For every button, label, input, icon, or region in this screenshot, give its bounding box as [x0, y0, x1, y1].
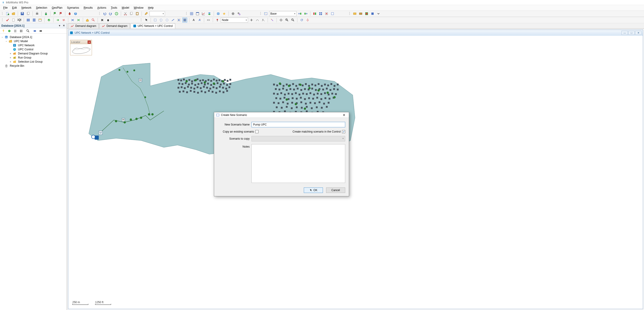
tool-bug2-icon[interactable] [106, 18, 110, 23]
tree-list-icon[interactable] [13, 29, 18, 34]
expand-icon[interactable]: + [9, 52, 12, 55]
menu-geoplan[interactable]: GeoPlan [50, 6, 65, 10]
tree-root[interactable]: − Database [2024.1] [1, 35, 66, 39]
tool-rev-icon[interactable] [46, 18, 52, 23]
locator-close-icon[interactable]: ✕ [88, 41, 91, 44]
grip-icon[interactable] [99, 12, 100, 16]
mdi-min-button[interactable]: — [622, 31, 628, 35]
tool-w4-icon[interactable] [370, 11, 375, 16]
tool-combo-1[interactable]: ▾ [150, 11, 165, 16]
ok-button[interactable]: OK [304, 187, 323, 193]
tool-clear-icon[interactable] [206, 18, 211, 23]
tool-copy2-icon[interactable] [129, 11, 134, 16]
tool-x-icon[interactable] [100, 18, 105, 23]
tool-del-scn-icon[interactable] [324, 11, 329, 16]
tool-grid-icon[interactable] [189, 11, 194, 16]
tree-sel-group[interactable]: + Selection List Group [1, 60, 66, 64]
tool-scenario-icon[interactable] [263, 11, 268, 16]
tool-gear-icon[interactable] [230, 11, 236, 16]
tab-demand-1[interactable]: Demand diagram [68, 23, 99, 29]
tool-compare-icon[interactable] [312, 11, 317, 16]
tool-sel-fence-icon[interactable] [182, 18, 187, 23]
copy-existing-checkbox[interactable] [255, 130, 258, 133]
tree-recycle[interactable]: Recycle Bin [1, 64, 66, 68]
grip-icon[interactable] [2, 12, 3, 16]
tree-opt1-icon[interactable] [32, 29, 37, 34]
menu-network[interactable]: Network [19, 6, 34, 10]
tool-print-icon[interactable] [34, 11, 40, 16]
tree-grid-icon[interactable] [19, 29, 24, 34]
tree-network[interactable]: UPC Network [1, 43, 66, 47]
tool-redo-icon[interactable] [108, 11, 113, 16]
tree-opt2-icon[interactable] [38, 29, 43, 34]
tool-valve2-icon[interactable] [76, 18, 81, 23]
tool-sel-rect-icon[interactable] [153, 18, 158, 23]
tool-rows-icon[interactable] [32, 18, 37, 23]
tool-edit-icon[interactable] [144, 11, 148, 16]
tool-ed3-icon[interactable] [261, 18, 266, 23]
scenario-selector[interactable]: Base ▾ [269, 11, 296, 16]
mdi-max-button[interactable]: □ [628, 31, 635, 35]
grip-icon[interactable] [260, 12, 262, 16]
menu-file[interactable]: File [1, 6, 10, 10]
mdi-close-button[interactable]: ✕ [635, 31, 642, 35]
tool-scn-a-icon[interactable] [298, 11, 302, 16]
tool-sel-line-icon[interactable] [170, 18, 176, 23]
tool-w2-icon[interactable] [358, 11, 363, 16]
tool-sel-poly-icon[interactable] [158, 18, 164, 23]
tool-target-icon[interactable] [305, 18, 310, 23]
tool-valve-icon[interactable] [70, 18, 75, 23]
tool-lock-icon[interactable] [44, 11, 48, 16]
tool-pin-icon[interactable] [215, 18, 220, 23]
menu-model[interactable]: Model [120, 6, 132, 10]
menu-selection[interactable]: Selection [34, 6, 50, 10]
tree-run-group[interactable]: + Run Group [1, 56, 66, 60]
tab-network[interactable]: UPC Network + UPC Control [130, 23, 175, 29]
menu-help[interactable]: Help [146, 6, 156, 10]
tool-sql-icon[interactable]: SQL [17, 18, 22, 23]
tool-zoom-out-icon[interactable] [290, 18, 296, 23]
tool-check-icon[interactable] [5, 18, 10, 23]
tree-refresh-icon[interactable] [7, 29, 12, 34]
tool-help-icon[interactable]: ? [73, 11, 78, 16]
tool-ed1-icon[interactable] [249, 18, 254, 23]
tool-gear2-icon[interactable] [236, 11, 242, 16]
menu-results[interactable]: Results [82, 6, 95, 10]
tool-globe-icon[interactable] [216, 11, 221, 16]
collapse-icon[interactable]: − [1, 36, 4, 39]
tool-open-icon[interactable] [11, 11, 16, 16]
tool-home-icon[interactable] [85, 18, 90, 23]
tool-pointer-icon[interactable] [144, 18, 149, 23]
tree-find-icon[interactable] [26, 29, 30, 34]
collapse-icon[interactable]: − [5, 40, 8, 43]
node-selector[interactable]: Node ▾ [221, 18, 248, 23]
tool-scn-b-icon[interactable] [303, 11, 308, 16]
grip-icon[interactable] [186, 12, 187, 16]
tool-wand-icon[interactable] [270, 18, 275, 23]
tree-model-group[interactable]: − UPC Model [1, 39, 66, 43]
tool-sel-node-icon[interactable] [176, 18, 181, 23]
tool-save-icon[interactable] [20, 11, 25, 16]
tool-doc-icon[interactable] [11, 18, 16, 23]
tool-star-icon[interactable] [222, 11, 227, 16]
dialog-titlebar[interactable]: Create New Scenario ✕ [214, 112, 349, 118]
tool-pan-icon[interactable] [278, 18, 284, 23]
tool-flag-red-icon[interactable] [58, 11, 63, 16]
menu-edit[interactable]: Edit [10, 6, 19, 10]
tool-copy-icon[interactable] [26, 11, 31, 16]
tool-w5-dropdown-icon[interactable] [376, 11, 381, 16]
tool-zoom-node-icon[interactable] [91, 18, 96, 23]
tool-layers-icon[interactable] [207, 11, 212, 16]
panel-dropdown-icon[interactable]: ▾ [58, 24, 61, 27]
expand-icon[interactable]: + [9, 60, 12, 63]
tool-cols-icon[interactable] [26, 18, 31, 23]
dialog-close-button[interactable]: ✕ [341, 113, 347, 117]
tool-scn-c-icon[interactable] [330, 11, 335, 16]
tool-new-icon[interactable] [5, 11, 10, 16]
tool-undo-icon[interactable] [102, 11, 107, 16]
grip-icon[interactable] [2, 18, 3, 22]
mdi-titlebar[interactable]: UPC Network + UPC Control — □ ✕ [68, 30, 643, 36]
tool-sel-circle-icon[interactable] [164, 18, 170, 23]
tool-flag-green-icon[interactable] [52, 11, 57, 16]
tool-annot-icon[interactable]: A [197, 18, 202, 23]
